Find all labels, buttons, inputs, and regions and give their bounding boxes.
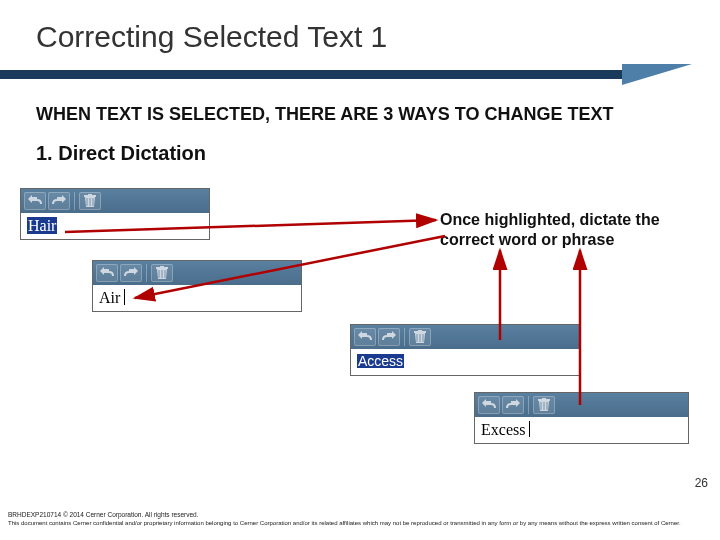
toolbar <box>475 393 688 417</box>
undo-icon[interactable] <box>354 328 376 346</box>
footer-copyright: BRHDEXP210714 © 2014 Cerner Corporation.… <box>8 511 199 518</box>
trash-icon[interactable] <box>533 396 555 414</box>
text-content[interactable]: Air <box>93 285 301 311</box>
selected-text: Hair <box>27 217 57 234</box>
redo-icon[interactable] <box>378 328 400 346</box>
undo-icon[interactable] <box>96 264 118 282</box>
redo-icon[interactable] <box>120 264 142 282</box>
typed-text: Excess <box>481 421 525 438</box>
trash-icon[interactable] <box>409 328 431 346</box>
undo-icon[interactable] <box>24 192 46 210</box>
footer-disclaimer: This document contains Cerner confidenti… <box>8 520 681 526</box>
text-content[interactable]: Excess <box>475 417 688 443</box>
dictation-box-1: Hair <box>20 188 210 240</box>
dictation-box-4: Excess <box>474 392 689 444</box>
subhead: WHEN TEXT IS SELECTED, THERE ARE 3 WAYS … <box>36 104 613 125</box>
undo-icon[interactable] <box>478 396 500 414</box>
dictation-box-2: Air <box>92 260 302 312</box>
typed-text: Air <box>99 289 120 306</box>
title-rule <box>0 64 720 88</box>
dictation-box-3: Access <box>350 324 580 376</box>
callout-text: Once highlighted, dictate the correct wo… <box>440 210 700 250</box>
redo-icon[interactable] <box>48 192 70 210</box>
list-item-1: 1. Direct Dictation <box>36 142 206 165</box>
trash-icon[interactable] <box>151 264 173 282</box>
slide-title: Correcting Selected Text 1 <box>0 0 720 54</box>
trash-icon[interactable] <box>79 192 101 210</box>
text-content[interactable]: Hair <box>21 213 209 239</box>
text-content[interactable]: Access <box>351 349 579 375</box>
selected-text: Access <box>357 354 404 368</box>
toolbar <box>21 189 209 213</box>
page-number: 26 <box>695 476 708 490</box>
toolbar <box>93 261 301 285</box>
toolbar <box>351 325 579 349</box>
redo-icon[interactable] <box>502 396 524 414</box>
